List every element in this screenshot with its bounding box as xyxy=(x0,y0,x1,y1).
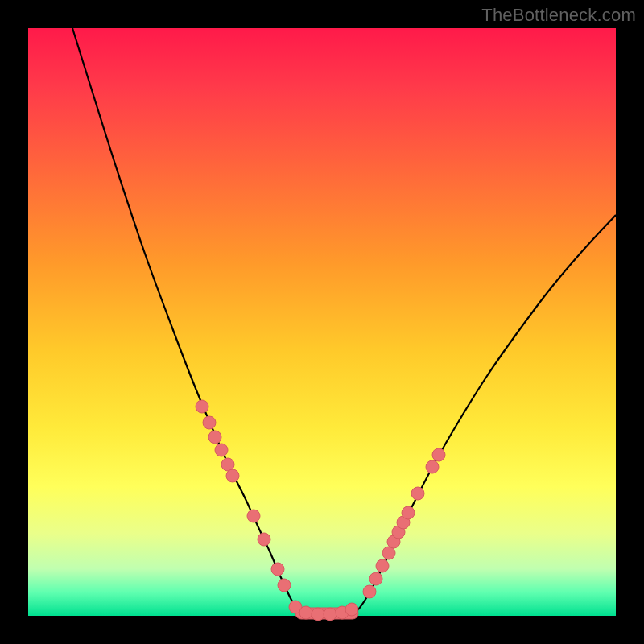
marker-left-2 xyxy=(208,431,221,444)
marker-right-8 xyxy=(411,487,424,500)
marker-bottom-2 xyxy=(312,608,324,621)
marker-left-1 xyxy=(203,416,216,429)
series-left-curve xyxy=(72,28,310,615)
marker-left-3 xyxy=(215,444,228,456)
chart-container: TheBottleneck.com xyxy=(0,0,644,644)
marker-left-6 xyxy=(247,510,260,522)
marker-bottom-5 xyxy=(345,603,358,616)
marker-right-1 xyxy=(369,572,382,585)
marker-left-0 xyxy=(196,400,208,413)
marker-right-9 xyxy=(426,460,439,473)
curve-layer xyxy=(28,28,616,616)
marker-left-7 xyxy=(258,533,270,546)
marker-left-8 xyxy=(271,563,284,576)
marker-left-9 xyxy=(278,579,291,592)
marker-right-10 xyxy=(432,448,445,461)
marker-right-0 xyxy=(363,585,376,598)
marker-right-2 xyxy=(376,559,389,572)
marker-bottom-1 xyxy=(299,606,312,619)
watermark-text: TheBottleneck.com xyxy=(481,5,636,26)
marker-left-5 xyxy=(226,469,239,482)
marker-right-7 xyxy=(402,506,415,519)
marker-bottom-3 xyxy=(324,608,336,621)
